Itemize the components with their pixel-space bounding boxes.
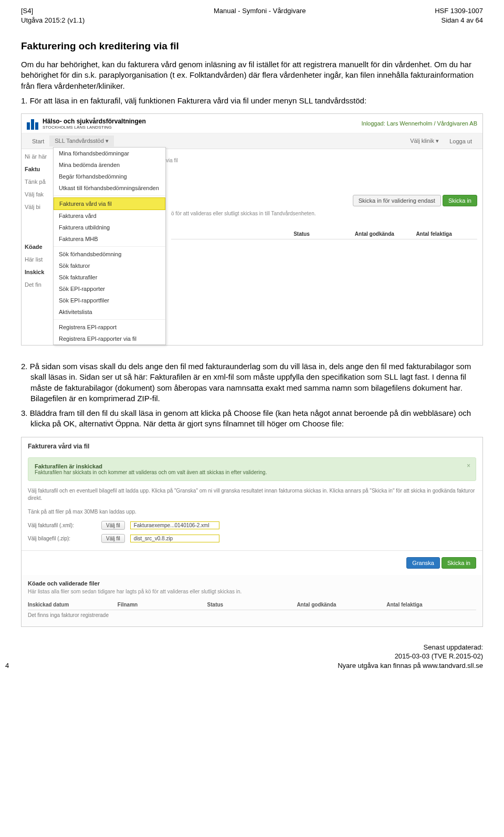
btn-send-in[interactable]: Skicka in bbox=[443, 195, 477, 206]
ls-harlist: Här list bbox=[25, 256, 50, 263]
zip-filename: dist_src_v0.8.zip bbox=[130, 535, 219, 542]
dd-fakturera-mhb[interactable]: Fakturera MHB bbox=[54, 233, 165, 245]
success-title: Fakturafilen är inskickad bbox=[35, 463, 469, 469]
doc-footer: 4 Senast uppdaterad: 2015-03-03 (TVE R.2… bbox=[21, 643, 483, 671]
zip-label: Välj bilagefil (.zip): bbox=[28, 536, 96, 541]
success-alert: × Fakturafilen är inskickad Fakturafilen… bbox=[28, 457, 476, 481]
org-name: Hälso- och sjukvårdsförvaltningen bbox=[43, 118, 146, 125]
queued-desc: Här listas alla filer som sedan tidigare… bbox=[28, 589, 476, 594]
footer-line1: Senast uppdaterad: bbox=[21, 643, 483, 652]
table-header-row: Status Antal godkända Antal felaktiga bbox=[171, 229, 477, 239]
step-2: 2. På sidan som visas skall du dels ange… bbox=[30, 361, 483, 404]
footer-line3: Nyare utgåva kan finnas på www.tandvard.… bbox=[21, 661, 483, 671]
choose-xml-button[interactable]: Välj fil bbox=[101, 521, 125, 530]
screenshot-2: Fakturera vård via fil × Fakturafilen är… bbox=[21, 437, 483, 627]
sll-dropdown-menu[interactable]: Mina förhandsbedömningar Mina bedömda är… bbox=[53, 147, 166, 345]
step-1: 1. För att läsa in en fakturafil, välj f… bbox=[30, 96, 483, 106]
dd-fakturera-vard[interactable]: Fakturera vård bbox=[54, 210, 165, 222]
nav-sll-tandvardsstod[interactable]: SLL Tandvårdsstöd ▾ bbox=[49, 135, 114, 147]
ls-detfin: Det fin bbox=[25, 281, 50, 288]
xml-label: Välj fakturafil (.xml): bbox=[28, 522, 96, 528]
header-center-1: Manual - Symfoni - Vårdgivare bbox=[85, 6, 435, 16]
success-body: Fakturafilen har skickats in och kommer … bbox=[35, 469, 469, 475]
dd-sok-epi-rapportfiler[interactable]: Sök EPI-rapportfiler bbox=[54, 295, 165, 306]
info-text-1: Välj fakturafil och en eventuell bilagef… bbox=[22, 484, 482, 505]
dd-mina-bedomda[interactable]: Mina bedömda ärenden bbox=[54, 159, 165, 171]
dd-sok-forhands[interactable]: Sök förhandsbedömning bbox=[54, 248, 165, 260]
queued-title: Köade och validerade filer bbox=[28, 580, 476, 587]
qh-filnamn: Filnamn bbox=[118, 602, 207, 608]
doc-header: [S4] Utgåva 2015:2 (v1.1) Manual - Symfo… bbox=[21, 6, 483, 25]
th-antal-god: Antal godkända bbox=[355, 231, 416, 237]
nav-logga-ut[interactable]: Logga ut bbox=[444, 136, 477, 147]
dd-registrera-epi-fil[interactable]: Registrera EPI-rapporter via fil bbox=[54, 333, 165, 344]
dd-sok-fakturafiler[interactable]: Sök fakturafiler bbox=[54, 271, 165, 283]
logged-in-user-link[interactable]: Lars Wennerholm / Vårdgivaren AB bbox=[387, 120, 477, 127]
dd-utkast[interactable]: Utkast till förhandsbedömningsärenden bbox=[54, 182, 165, 194]
dd-aktivitetslista[interactable]: Aktivitetslista bbox=[54, 306, 165, 318]
qh-date: Inskickad datum bbox=[28, 602, 118, 608]
ls-valjbi: Välj bi bbox=[25, 204, 50, 210]
panel-title: Fakturera vård via fil bbox=[22, 437, 482, 454]
ls-faktu: Faktu bbox=[25, 166, 50, 172]
header-right-2: Sidan 4 av 64 bbox=[435, 16, 483, 25]
nav-valj-klinik[interactable]: Välj klinik ▾ bbox=[405, 135, 444, 147]
dd-mina-forhands[interactable]: Mina förhandsbedömningar bbox=[54, 148, 165, 159]
logged-in-label: Inloggad: bbox=[361, 120, 385, 127]
step-3: 3. Bläddra fram till den fil du skall lä… bbox=[30, 408, 483, 430]
queued-empty: Det finns inga fakturor registrerade bbox=[28, 610, 476, 620]
queued-header-row: Inskickad datum Filnamn Status Antal god… bbox=[28, 600, 476, 610]
xml-filename: Fakturaexempe...0140106-2.xml bbox=[130, 521, 219, 529]
info-text-2: Tänk på att filer på max 30MB kan laddas… bbox=[22, 505, 482, 519]
ls-inskick: Inskick bbox=[25, 269, 50, 275]
sll-logo: Hälso- och sjukvårdsförvaltningen STOCKH… bbox=[27, 117, 146, 130]
btn-validate-only[interactable]: Skicka in för validering endast bbox=[353, 195, 441, 206]
ls-koade: Köade bbox=[25, 244, 50, 250]
section-title: Fakturering och kreditering via fil bbox=[21, 40, 483, 52]
screenshot-1: Hälso- och sjukvårdsförvaltningen STOCKH… bbox=[21, 113, 483, 346]
th-status: Status bbox=[293, 231, 355, 237]
granska-button[interactable]: Granska bbox=[406, 557, 440, 569]
dd-fakturera-utbildning[interactable]: Fakturera utbildning bbox=[54, 222, 165, 233]
org-subname: STOCKHOLMS LÄNS LANDSTING bbox=[43, 125, 146, 130]
nav-start[interactable]: Start bbox=[27, 136, 49, 147]
close-icon[interactable]: × bbox=[467, 462, 470, 469]
header-left-2: Utgåva 2015:2 (v1.1) bbox=[21, 16, 85, 25]
hint-fragment: ö för att valideras eller slutligt skick… bbox=[171, 211, 477, 216]
qh-antal-fel: Antal felaktiga bbox=[386, 602, 476, 608]
choose-zip-button[interactable]: Välj fil bbox=[101, 534, 125, 543]
qh-antal-god: Antal godkända bbox=[297, 602, 386, 608]
ls-valjfak: Välj fak bbox=[25, 191, 50, 197]
dd-fakturera-via-fil[interactable]: Fakturera vård via fil bbox=[54, 197, 165, 210]
crumb-fragment: via fil bbox=[166, 158, 477, 163]
dd-registrera-epi[interactable]: Registrera EPI-rapport bbox=[54, 321, 165, 333]
dd-begar-forhands[interactable]: Begär förhandsbedömning bbox=[54, 171, 165, 182]
qh-status: Status bbox=[207, 602, 297, 608]
header-left-1: [S4] bbox=[21, 6, 85, 16]
dd-sok-fakturor[interactable]: Sök fakturor bbox=[54, 260, 165, 271]
sll-logo-icon bbox=[27, 117, 39, 130]
header-right-1: HSF 1309-1007 bbox=[435, 6, 483, 16]
ls-tankpa: Tänk på bbox=[25, 179, 50, 185]
th-antal-fel: Antal felaktiga bbox=[416, 231, 477, 237]
page-number: 4 bbox=[5, 661, 9, 671]
dd-sok-epi-rapporter[interactable]: Sök EPI-rapporter bbox=[54, 283, 165, 295]
ls-breadcrumb: Ni är här bbox=[25, 153, 50, 160]
skicka-in-button[interactable]: Skicka in bbox=[442, 557, 476, 569]
footer-line2: 2015-03-03 (TVE R.2015-02) bbox=[21, 652, 483, 661]
intro-paragraph: Om du har behörighet, kan du fakturera v… bbox=[21, 59, 483, 91]
